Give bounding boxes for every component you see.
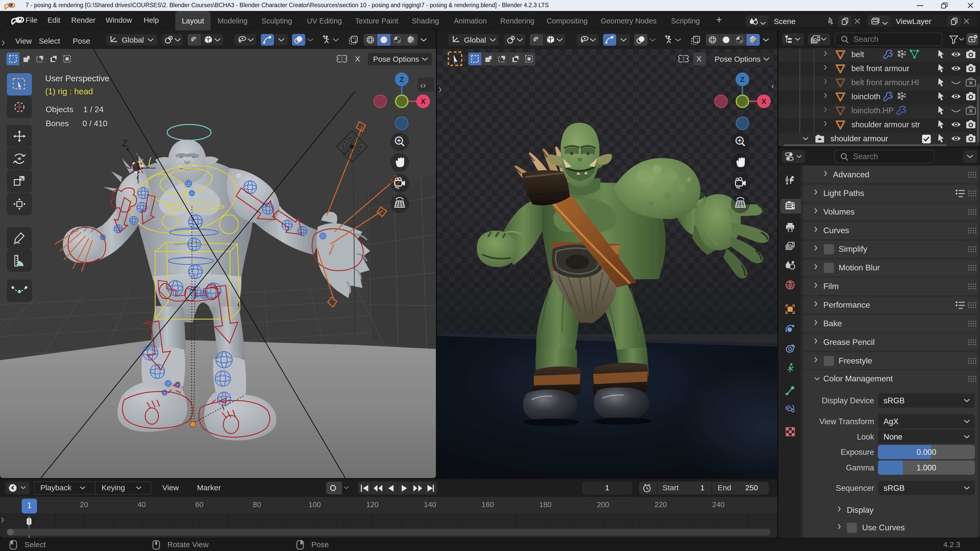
svg-text:Z: Z [740, 76, 745, 83]
svg-text:Z: Z [399, 76, 404, 83]
svg-text:X: X [762, 97, 767, 105]
svg-text:Z: Z [122, 138, 127, 148]
svg-text:X: X [421, 97, 426, 105]
